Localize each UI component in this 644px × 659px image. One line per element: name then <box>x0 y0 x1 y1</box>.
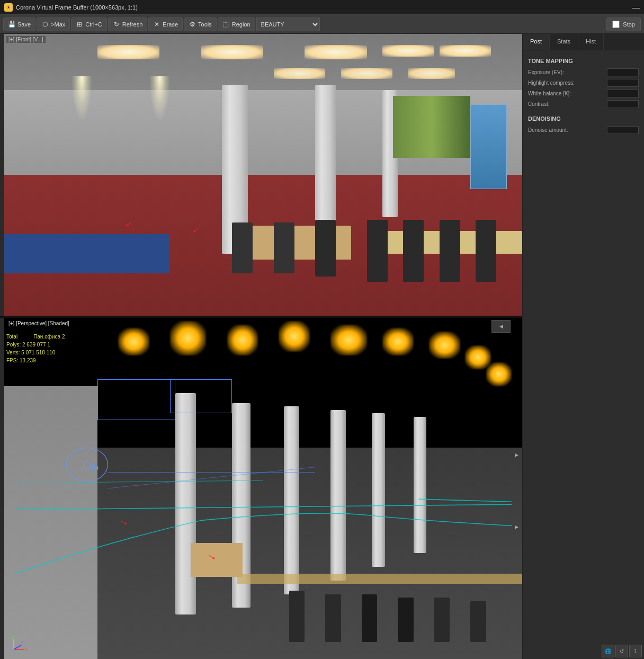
tab-hist[interactable]: Hist <box>578 34 604 50</box>
main-content: → → [+] [F <box>0 34 644 659</box>
viewport-area: → → [+] [F <box>0 34 522 659</box>
copy-icon: ⊞ <box>76 21 83 28</box>
polys-value: 2 639 077 1 <box>22 342 50 348</box>
denoise-input[interactable] <box>607 126 639 134</box>
whitebalance-input[interactable] <box>607 90 639 97</box>
exposure-input[interactable] <box>607 68 639 76</box>
stop-area: Stop <box>606 17 641 31</box>
fps-value: 13.239 <box>20 358 36 363</box>
max-button[interactable]: ⬡ >Max <box>37 17 70 31</box>
highlight-input[interactable] <box>607 79 639 87</box>
tools-button[interactable]: ⚙ Tools <box>184 17 217 31</box>
globe-button[interactable]: 🌐 <box>602 645 614 657</box>
render-viewport-label: [+] [Front] [V...] <box>6 36 46 43</box>
max-icon: ⬡ <box>41 21 49 28</box>
viewport3d-scene[interactable]: ⊙ ◯ → → <box>4 318 522 659</box>
denoising-title: DENOISING <box>528 115 639 122</box>
whitebalance-row: White balance [K]: <box>528 90 639 97</box>
denoise-label: Denoise amount: <box>528 127 605 133</box>
viewport3d-left-strip <box>0 318 4 659</box>
svg-text:Z: Z <box>21 640 24 645</box>
save-icon: 💾 <box>8 21 15 28</box>
viewport3d[interactable]: ⊙ ◯ → → <box>0 317 522 659</box>
viewport-nav-down[interactable]: ▸ <box>515 522 518 531</box>
window-title: Corona Virtual Frame Buffer (1000×563px,… <box>16 4 138 11</box>
svg-line-7 <box>14 645 21 649</box>
one-button[interactable]: 1 <box>629 645 642 657</box>
svg-text:Y: Y <box>11 635 14 639</box>
region-button[interactable]: ⬚ Region <box>218 17 255 31</box>
svg-line-1 <box>15 480 263 483</box>
svg-line-0 <box>15 504 512 510</box>
highlight-row: Highlight compress: <box>528 79 639 87</box>
svg-line-4 <box>108 467 315 488</box>
nav-prev-button[interactable]: ◀ <box>491 320 511 333</box>
contrast-input[interactable] <box>607 100 639 108</box>
erase-icon: ✕ <box>153 21 160 28</box>
axes-widget: X Y Z <box>8 634 30 655</box>
whitebalance-label: White balance [K]: <box>528 91 605 96</box>
tab-stats[interactable]: Stats <box>550 34 578 50</box>
viewport-nav-up[interactable]: ▸ <box>515 450 518 459</box>
render-pass-select[interactable]: BEAUTY DIRECT INDIRECT REFLECT REFRACT D… <box>256 17 320 31</box>
stop-checkbox[interactable] <box>612 21 620 28</box>
render-viewport: → → [+] [F <box>0 34 522 317</box>
render-image[interactable]: → → [+] [F <box>4 34 522 316</box>
svg-text:X: X <box>25 647 28 652</box>
svg-line-2 <box>418 499 512 502</box>
polys-label: Polys: <box>6 342 21 348</box>
highlight-label: Highlight compress: <box>528 80 605 86</box>
save-button[interactable]: 💾 Save <box>3 17 35 31</box>
contrast-label: Contrast: <box>528 101 605 107</box>
tab-post[interactable]: Post <box>523 34 550 50</box>
render-left-strip <box>0 34 4 316</box>
exposure-row: Exposure (EV): <box>528 68 639 76</box>
toolbar: 💾 Save ⬡ >Max ⊞ Ctrl+C ↻ Refresh ✕ Erase… <box>0 15 644 34</box>
fps-label: FPS: <box>6 358 18 363</box>
stop-label[interactable]: Stop <box>623 21 635 28</box>
refresh-icon: ↻ <box>113 21 120 28</box>
stats-scene-label: Пан.офиса 2 <box>33 333 65 341</box>
stats-total-label: Total <box>6 333 17 341</box>
verts-value: 5 071 518 110 <box>21 350 55 355</box>
tools-icon: ⚙ <box>189 21 196 28</box>
title-bar: ☀ Corona Virtual Frame Buffer (1000×563p… <box>0 0 644 15</box>
tone-mapping-title: TONE MAPPING <box>528 58 639 64</box>
right-panel: Post Stats Hist TONE MAPPING Exposure (E… <box>522 34 644 659</box>
erase-button[interactable]: ✕ Erase <box>148 17 183 31</box>
copy-button[interactable]: ⊞ Ctrl+C <box>71 17 106 31</box>
bottom-toolbar: 🌐 ↺ 1 <box>600 643 644 659</box>
viewport3d-label: [+] [Perspective] [Shaded] <box>6 320 71 327</box>
denoise-row: Denoise amount: <box>528 126 639 134</box>
stats-overlay: Total Пан.офиса 2 Polys: 2 639 077 1 Ver… <box>6 333 65 364</box>
app-icon: ☀ <box>4 3 13 12</box>
refresh-button[interactable]: ↻ Refresh <box>108 17 148 31</box>
panel-content: TONE MAPPING Exposure (EV): Highlight co… <box>523 50 644 659</box>
refresh-small-button[interactable]: ↺ <box>615 645 628 657</box>
minimize-button[interactable]: — <box>632 3 640 12</box>
contrast-row: Contrast: <box>528 100 639 108</box>
verts-label: Verts: <box>6 350 20 355</box>
panel-tabs: Post Stats Hist <box>523 34 644 50</box>
exposure-label: Exposure (EV): <box>528 69 605 75</box>
region-icon: ⬚ <box>222 21 230 28</box>
